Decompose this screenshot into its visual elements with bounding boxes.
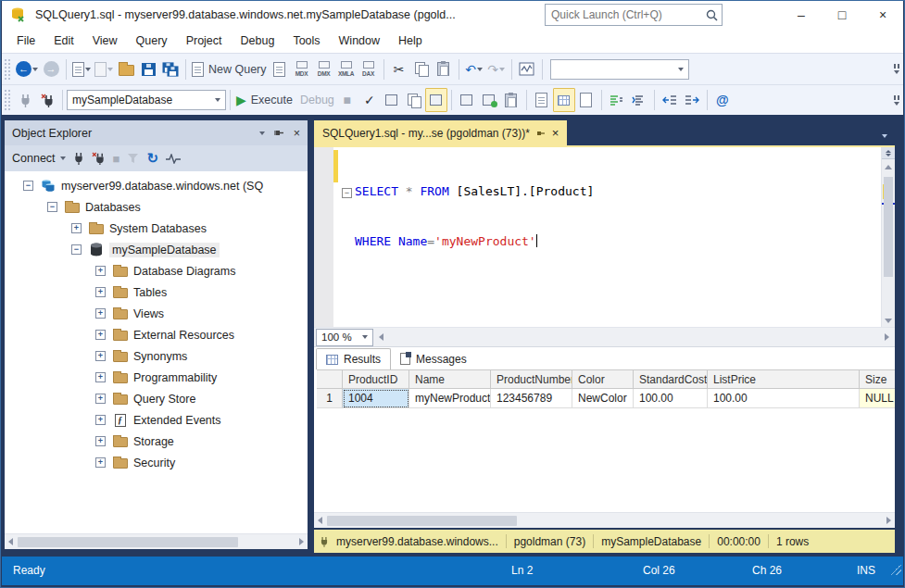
chevron-down-icon[interactable] [107, 68, 113, 71]
menu-query[interactable]: Query [127, 29, 177, 53]
scroll-up-icon[interactable] [882, 160, 895, 173]
close-button[interactable]: × [862, 1, 903, 29]
menu-view[interactable]: View [83, 29, 127, 53]
increase-indent-button[interactable] [681, 88, 703, 112]
tree-item-synonyms[interactable]: + Synonyms [5, 345, 308, 367]
expand-toggle[interactable]: − [71, 244, 82, 255]
connect-button[interactable] [14, 88, 36, 112]
scroll-down-icon[interactable] [882, 314, 895, 327]
specify-values-button[interactable]: @ [711, 88, 734, 112]
uncomment-selection-button[interactable] [628, 88, 650, 112]
toolbar-drag-handle[interactable] [4, 58, 12, 81]
oe-connect-plug-icon[interactable] [73, 152, 84, 165]
decrease-indent-button[interactable] [659, 88, 681, 112]
toolbar-overflow-button[interactable] [890, 64, 903, 74]
expand-toggle[interactable]: − [47, 202, 57, 212]
oe-connect-button[interactable]: Connect [12, 152, 66, 165]
toolbar-overflow-button[interactable] [890, 95, 903, 106]
query-options-button[interactable] [403, 88, 425, 112]
tree-item-tables[interactable]: + Tables [5, 281, 308, 303]
debug-button[interactable]: Debug [295, 88, 336, 112]
display-estimated-plan-button[interactable] [381, 88, 403, 112]
cell-standardcost[interactable]: 100.00 [634, 389, 708, 408]
code-line-2[interactable]: WHERE Name='myNewProduct' [342, 233, 594, 250]
fold-collapse-icon[interactable]: − [342, 188, 352, 198]
object-explorer-titlebar[interactable]: Object Explorer × [5, 120, 308, 145]
maximize-button[interactable]: □ [822, 1, 862, 29]
column-header-productnumber[interactable]: ProductNumber [491, 370, 572, 389]
expand-toggle[interactable]: + [95, 308, 106, 319]
tree-item-server[interactable]: − myserver99.database.windows.net (SQ [5, 175, 308, 196]
chevron-down-icon[interactable] [32, 68, 38, 71]
menu-window[interactable]: Window [330, 29, 389, 53]
new-file-button[interactable] [70, 57, 93, 81]
tree-item-security[interactable]: + Security [5, 452, 308, 473]
scroll-right-icon[interactable] [299, 538, 304, 545]
results-to-text-button[interactable] [531, 88, 553, 112]
tab-list-chevron[interactable] [882, 125, 887, 142]
add-item-button[interactable] [93, 57, 115, 81]
intellisense-enabled-button[interactable] [425, 88, 447, 112]
pin-icon[interactable] [274, 128, 284, 138]
include-actual-plan-button[interactable] [478, 88, 500, 112]
column-header-color[interactable]: Color [572, 370, 634, 389]
cell-name[interactable]: myNewProduct [409, 389, 491, 408]
tree-item-external-resources[interactable]: + External Resources [5, 324, 308, 345]
results-hscrollbar[interactable] [314, 512, 895, 528]
close-panel-icon[interactable]: × [294, 127, 300, 140]
dax-query-button[interactable]: DAX [358, 57, 380, 81]
cell-listprice[interactable]: 100.00 [708, 389, 860, 408]
cell-productid[interactable]: 1004 [343, 389, 409, 408]
quick-launch-input[interactable] [546, 8, 701, 21]
status-line-number[interactable]: Ln 2 [511, 564, 533, 577]
tree-item-extended-events[interactable]: + ƒ Extended Events [5, 409, 308, 431]
zoom-combobox[interactable]: 100 % [316, 329, 373, 346]
expand-toggle[interactable]: + [95, 457, 106, 468]
include-live-statistics-button[interactable] [456, 88, 478, 112]
minimize-button[interactable]: – [781, 1, 822, 29]
cell-productnumber[interactable]: 123456789 [491, 389, 572, 408]
chevron-down-icon[interactable] [477, 68, 483, 71]
dmx-query-button[interactable]: DMX [313, 57, 335, 81]
tree-item-system-databases[interactable]: + System Databases [5, 218, 308, 239]
paste-button[interactable] [433, 57, 455, 81]
expand-toggle[interactable]: − [23, 181, 33, 191]
results-to-file-button[interactable] [575, 88, 597, 112]
sql-editor[interactable]: −SELECT * FROM [SalesLT].[Product] WHERE… [314, 147, 895, 327]
toolbar-combobox[interactable] [550, 59, 689, 80]
tab-results[interactable]: Results [316, 348, 391, 369]
scroll-right-icon[interactable] [886, 517, 891, 524]
navigate-forward-button[interactable]: → [40, 57, 62, 81]
redo-button[interactable]: ↷ [485, 57, 508, 81]
change-connection-button[interactable] [36, 88, 58, 112]
results-to-grid-button[interactable] [553, 88, 575, 112]
menu-project[interactable]: Project [177, 29, 232, 53]
tree-item-views[interactable]: + Views [5, 303, 308, 324]
chevron-down-icon[interactable] [362, 335, 368, 339]
scroll-left-icon[interactable] [8, 538, 13, 545]
window-position-chevron-icon[interactable] [259, 131, 265, 135]
refresh-icon[interactable]: ↻ [146, 150, 158, 167]
column-header-standardcost[interactable]: StandardCost [634, 370, 708, 389]
scrollbar-thumb[interactable] [18, 537, 238, 547]
expand-toggle[interactable]: + [95, 436, 106, 446]
filter-icon[interactable] [127, 153, 139, 164]
close-tab-icon[interactable]: × [552, 126, 559, 140]
cell-color[interactable]: NewColor [572, 389, 634, 408]
column-header-productid[interactable]: ProductID [343, 370, 409, 389]
expand-toggle[interactable]: + [95, 287, 106, 297]
tree-item-database-diagrams[interactable]: + Database Diagrams [5, 260, 308, 281]
row-number-cell[interactable]: 1 [317, 389, 343, 408]
expand-toggle[interactable]: + [95, 394, 106, 404]
copy-button[interactable] [410, 57, 433, 81]
column-header-size[interactable]: Size [860, 370, 895, 389]
code-line-1[interactable]: −SELECT * FROM [SalesLT].[Product] [342, 183, 594, 200]
tree-item-databases[interactable]: − Databases [5, 196, 308, 218]
quick-launch[interactable] [545, 4, 723, 26]
menu-edit[interactable]: Edit [44, 29, 83, 53]
document-tab[interactable]: SQLQuery1.sql - my...se (pgoldman (73))*… [314, 120, 567, 145]
resize-grip[interactable] [890, 564, 901, 575]
chevron-down-icon[interactable] [85, 68, 91, 71]
menu-help[interactable]: Help [389, 29, 432, 53]
menu-debug[interactable]: Debug [232, 29, 284, 53]
